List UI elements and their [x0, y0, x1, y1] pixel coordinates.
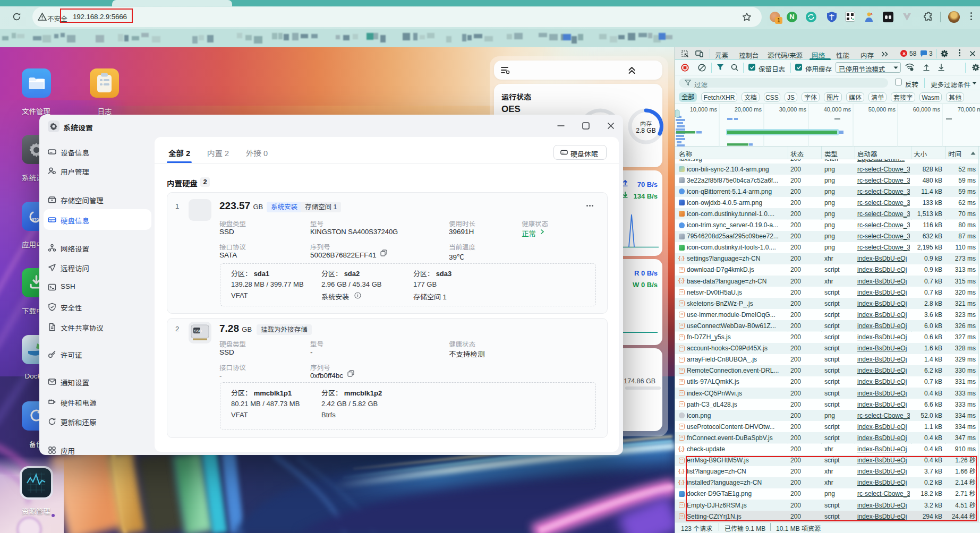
svg-text:50,000 ms: 50,000 ms	[868, 106, 896, 113]
svg-text:30,000 ms: 30,000 ms	[779, 106, 807, 113]
svg-text:70,000 ms: 70,000 ms	[958, 106, 980, 113]
svg-text:60,000 ms: 60,000 ms	[913, 106, 941, 113]
svg-text:10,000 ms: 10,000 ms	[690, 106, 718, 113]
svg-text:40,000 ms: 40,000 ms	[824, 106, 851, 113]
svg-text:20,000 ms: 20,000 ms	[735, 106, 762, 113]
svg-text:SSD: SSD	[194, 329, 202, 333]
